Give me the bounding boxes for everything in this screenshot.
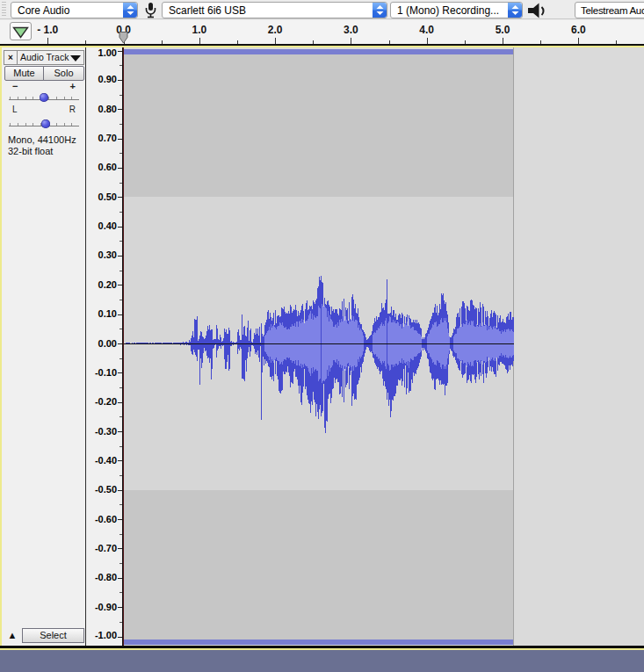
vertical-ruler-tick — [119, 446, 122, 447]
vertical-ruler-tick — [118, 519, 122, 520]
track-control-panel: × Audio Track Mute Solo − + L R Mono, 44… — [2, 47, 86, 646]
track-title[interactable]: Audio Track — [20, 51, 69, 64]
track-menu-caret-icon[interactable] — [70, 55, 81, 61]
timeline-label: - 1.0 — [37, 24, 58, 36]
timeline-tick — [427, 38, 428, 44]
track-waveform-area[interactable] — [123, 47, 644, 646]
vertical-ruler-tick — [118, 139, 122, 140]
vertical-ruler-tick — [118, 490, 122, 491]
vertical-ruler-tick — [118, 109, 122, 110]
vertical-ruler-tick — [119, 329, 122, 329]
vertical-ruler-label: 0.80 — [98, 105, 117, 114]
vertical-ruler-label: 0.40 — [98, 221, 117, 231]
vertical-ruler-tick — [118, 285, 122, 285]
timeline-label: 4.0 — [419, 24, 434, 36]
vertical-ruler-tick — [118, 578, 122, 579]
audio-clip[interactable] — [124, 47, 514, 646]
gain-plus-label: + — [70, 81, 76, 91]
track-format-info: Mono, 44100Hz — [8, 134, 76, 145]
playback-device-dropdown[interactable]: Telestream Audio — [575, 2, 644, 18]
timeline-tick — [199, 38, 200, 44]
edit-cursor — [123, 47, 124, 646]
horizontal-scrollbar-area[interactable] — [0, 650, 644, 672]
vertical-ruler-tick — [119, 183, 122, 184]
vertical-ruler-label: 0.00 — [98, 339, 117, 349]
vertical-ruler-label: -0.70 — [95, 544, 117, 553]
timeline-tick — [578, 38, 579, 44]
vertical-ruler-tick — [118, 637, 122, 638]
vertical-ruler-label: -0.20 — [95, 397, 117, 407]
dropdown-stepper-icon — [508, 3, 522, 18]
solo-button[interactable]: Solo — [43, 66, 84, 81]
vertical-ruler-tick — [119, 387, 122, 388]
vertical-ruler-tick — [118, 314, 122, 315]
vertical-ruler-label: 0.30 — [98, 250, 117, 260]
vertical-ruler-label: 0.90 — [98, 75, 117, 84]
vertical-ruler-tick — [118, 548, 122, 549]
vertical-ruler-tick — [119, 592, 122, 593]
vertical-ruler-tick — [119, 212, 122, 213]
recording-device-dropdown[interactable]: Scarlett 6i6 USB — [162, 2, 387, 18]
vertical-ruler-tick — [119, 241, 122, 242]
pan-right-label: R — [69, 105, 76, 114]
timeline-label: 5.0 — [496, 24, 510, 36]
pan-left-label: L — [12, 105, 18, 114]
vertical-ruler-tick — [119, 65, 122, 66]
vertical-ruler-tick — [118, 168, 122, 169]
vertical-ruler-label: -0.50 — [95, 485, 117, 495]
vertical-scale-ruler[interactable]: 1.000.900.800.700.600.500.400.300.200.10… — [87, 47, 123, 646]
vertical-ruler-label: -0.30 — [95, 427, 117, 437]
vertical-ruler-tick — [118, 460, 122, 461]
timeline-label: 1.0 — [192, 24, 206, 36]
timeline-options-triangle-icon — [12, 26, 29, 39]
mute-button[interactable]: Mute — [4, 66, 44, 81]
audio-host-dropdown[interactable]: Core Audio — [11, 2, 138, 18]
vertical-ruler-tick — [119, 300, 122, 300]
timeline-tick — [351, 38, 351, 44]
gain-slider-thumb[interactable] — [40, 93, 48, 102]
vertical-ruler-label: -0.80 — [95, 573, 117, 582]
vertical-ruler-label: 0.60 — [98, 163, 117, 172]
gain-minus-label: − — [12, 81, 18, 91]
track-header: × Audio Track — [4, 50, 84, 65]
device-toolbar: Core Audio Scarlett 6i6 USB 1 (Mono) Rec… — [0, 0, 644, 19]
dropdown-stepper-icon — [373, 3, 387, 18]
audio-host-value: Core Audio — [18, 3, 69, 18]
vertical-ruler-tick — [119, 271, 122, 271]
recording-device-value: Scarlett 6i6 USB — [169, 3, 246, 18]
vertical-ruler-tick — [119, 622, 122, 623]
timeline-ruler[interactable]: - 1.00.01.02.03.04.05.06.0 — [0, 20, 644, 44]
pan-slider-thumb[interactable] — [41, 119, 50, 128]
vertical-ruler-tick — [119, 153, 122, 154]
vertical-ruler-tick — [119, 95, 122, 96]
vertical-ruler-tick — [119, 475, 122, 476]
vertical-ruler-label: 1.00 — [98, 48, 117, 58]
recording-channels-dropdown[interactable]: 1 (Mono) Recording... — [390, 2, 523, 18]
vertical-ruler-label: -0.90 — [95, 603, 117, 612]
vertical-ruler-tick — [118, 227, 122, 228]
vertical-ruler-tick — [119, 124, 122, 125]
timeline-label: 3.0 — [344, 24, 358, 36]
timeline-tick — [275, 38, 276, 44]
vertical-ruler-tick — [118, 197, 122, 198]
vertical-ruler-label: -1.00 — [95, 631, 117, 640]
vertical-ruler-tick — [119, 563, 122, 564]
select-track-button[interactable]: Select — [22, 628, 84, 643]
microphone-icon — [141, 2, 159, 22]
vertical-ruler-tick — [119, 358, 122, 359]
vertical-ruler-label: 0.50 — [98, 192, 117, 202]
vertical-ruler-tick — [119, 416, 122, 417]
timeline-label: 6.0 — [571, 24, 586, 36]
vertical-ruler-tick — [118, 607, 122, 608]
timeline-options-button[interactable] — [10, 22, 32, 40]
waveform[interactable] — [124, 47, 514, 646]
vertical-ruler-tick — [118, 431, 122, 432]
dropdown-stepper-icon — [123, 3, 137, 18]
vertical-ruler-label: -0.10 — [95, 368, 117, 378]
timeline-tick — [47, 38, 48, 44]
close-track-button[interactable]: × — [4, 51, 18, 64]
toolbar-grip[interactable] — [2, 2, 6, 18]
vertical-ruler-tick — [118, 51, 122, 52]
vertical-ruler-label: 0.20 — [98, 280, 117, 290]
collapse-track-button[interactable]: ▲ — [4, 628, 20, 643]
